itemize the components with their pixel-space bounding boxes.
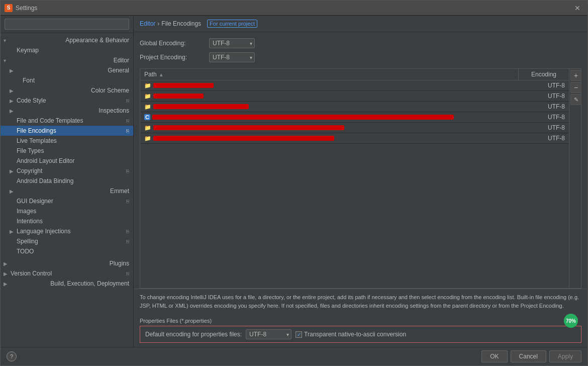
properties-box: Default encoding for properties files: U… xyxy=(140,326,581,343)
dialog-title: Settings xyxy=(16,5,37,12)
sidebar-item-build[interactable]: ▶ Build, Execution, Deployment xyxy=(1,279,133,289)
sidebar-item-android-layout[interactable]: Android Layout Editor xyxy=(1,156,133,166)
td-path: C xyxy=(140,113,519,122)
sidebar-label: General xyxy=(108,67,129,74)
td-encoding: UTF-8 xyxy=(519,102,569,112)
sidebar-item-language-injections[interactable]: ▶ Language Injections ⎘ xyxy=(1,226,133,236)
sidebar-item-general[interactable]: ▶ General xyxy=(1,65,133,75)
th-path[interactable]: Path ▲ xyxy=(140,69,519,80)
properties-encoding-select[interactable]: UTF-8 UTF-16 ISO-8859-1 xyxy=(246,329,291,339)
ok-button[interactable]: OK xyxy=(481,350,507,362)
sidebar-item-copyright[interactable]: ▶ Copyright ⎘ xyxy=(1,166,133,176)
sidebar: ▾ Appearance & Behavior Keymap ▾ Editor … xyxy=(1,16,134,347)
table-row[interactable]: 📁 UTF-8 xyxy=(140,133,569,144)
sidebar-label: File and Code Templates xyxy=(17,117,83,124)
sidebar-item-todo[interactable]: TODO xyxy=(1,246,133,256)
project-encoding-select[interactable]: UTF-8 UTF-16 ISO-8859-1 xyxy=(209,52,255,62)
sidebar-item-plugins[interactable]: ▶ Plugins xyxy=(1,258,133,268)
sidebar-item-editor[interactable]: ▾ Editor xyxy=(1,55,133,65)
sidebar-label: GUI Designer xyxy=(17,198,53,205)
sidebar-item-inspections[interactable]: ▶ Inspections xyxy=(1,106,133,116)
properties-section: Properties Files (*.properties) Default … xyxy=(134,314,587,347)
add-encoding-button[interactable]: + xyxy=(570,70,581,81)
sidebar-item-file-types[interactable]: File Types xyxy=(1,146,133,156)
table-row[interactable]: 📁 UTF-8 xyxy=(140,123,569,133)
redacted-path xyxy=(153,94,204,99)
transparent-checkbox[interactable] xyxy=(296,331,302,338)
table-row[interactable]: 📁 UTF-8 xyxy=(140,80,569,91)
td-path: 📁 xyxy=(140,92,519,101)
title-bar: S Settings ✕ xyxy=(1,1,587,16)
sidebar-item-appearance[interactable]: ▾ Appearance & Behavior xyxy=(1,35,133,45)
sidebar-item-android-data[interactable]: Android Data Binding xyxy=(1,176,133,186)
project-encoding-row: Project Encoding: UTF-8 UTF-16 ISO-8859-… xyxy=(140,52,581,62)
expand-icon: ▶ xyxy=(10,98,14,104)
info-text: To change encoding IntelliJ IDEA uses fo… xyxy=(134,289,587,314)
remove-encoding-button[interactable]: − xyxy=(570,82,581,93)
table-row[interactable]: 📁 UTF-8 xyxy=(140,102,569,112)
table-actions: + − ✎ xyxy=(569,69,581,288)
search-box xyxy=(1,16,133,33)
project-encoding-label: Project Encoding: xyxy=(140,54,205,61)
td-encoding: UTF-8 xyxy=(519,91,569,101)
sidebar-item-spelling[interactable]: Spelling ⎘ xyxy=(1,236,133,246)
copy-icon: ⎘ xyxy=(126,271,129,277)
copy-icon: ⎘ xyxy=(126,168,129,174)
apply-button[interactable]: Apply xyxy=(549,350,581,362)
sidebar-label: TODO xyxy=(17,248,34,255)
sidebar-label: Editor xyxy=(114,57,129,64)
folder-icon: 📁 xyxy=(144,125,151,131)
sidebar-label: Intentions xyxy=(17,218,43,225)
sidebar-item-gui-designer[interactable]: GUI Designer ⎘ xyxy=(1,196,133,206)
th-encoding[interactable]: Encoding xyxy=(519,69,569,80)
global-encoding-row: Global Encoding: UTF-8 UTF-16 ISO-8859-1 xyxy=(140,38,581,48)
sidebar-label: Version Control xyxy=(11,270,52,277)
help-button[interactable]: ? xyxy=(7,351,17,361)
table-row[interactable]: 📁 UTF-8 xyxy=(140,91,569,102)
sidebar-item-live-templates[interactable]: Live Templates xyxy=(1,136,133,146)
expand-arrow: ▶ xyxy=(4,261,8,266)
nav-tree: ▾ Appearance & Behavior Keymap ▾ Editor … xyxy=(1,33,133,347)
expand-icon: ▶ xyxy=(10,68,14,73)
breadcrumb-editor[interactable]: Editor xyxy=(140,20,155,27)
sidebar-label: Font xyxy=(23,77,35,84)
table-row[interactable]: C UTF-8 xyxy=(140,112,569,123)
sidebar-item-color-scheme[interactable]: ▶ Color Scheme xyxy=(1,85,133,96)
th-path-label: Path xyxy=(144,71,157,78)
properties-title: Properties Files (*.properties) xyxy=(140,318,581,324)
sidebar-item-file-encodings[interactable]: File Encodings ⎘ xyxy=(1,126,133,136)
edit-encoding-button[interactable]: ✎ xyxy=(570,94,581,105)
redacted-path xyxy=(153,83,214,88)
sidebar-label: Emmet xyxy=(110,188,129,195)
cancel-button[interactable]: Cancel xyxy=(511,350,546,362)
sidebar-item-emmet[interactable]: ▶ Emmet xyxy=(1,186,133,196)
folder-icon: 📁 xyxy=(144,135,151,142)
close-button[interactable]: ✕ xyxy=(571,3,583,13)
properties-label: Default encoding for properties files: xyxy=(145,331,242,338)
sidebar-item-font[interactable]: Font xyxy=(1,75,133,85)
copy-icon: ⎘ xyxy=(126,229,129,234)
project-link[interactable]: For current project xyxy=(207,20,257,28)
sidebar-label: Inspections xyxy=(99,107,129,114)
td-path: 📁 xyxy=(140,134,519,143)
expand-icon: ▶ xyxy=(10,88,14,94)
sidebar-item-keymap[interactable]: Keymap xyxy=(1,45,133,55)
sidebar-label: Spelling xyxy=(17,238,38,245)
expand-arrow: ▾ xyxy=(4,58,6,63)
status-icon: 70% xyxy=(564,314,578,328)
sidebar-item-file-and-code[interactable]: File and Code Templates ⎘ xyxy=(1,116,133,126)
project-encoding-select-wrapper: UTF-8 UTF-16 ISO-8859-1 xyxy=(209,52,255,62)
sidebar-item-intentions[interactable]: Intentions xyxy=(1,216,133,226)
transparent-checkbox-row[interactable]: Transparent native-to-ascii conversion xyxy=(296,331,406,338)
sidebar-label: Live Templates xyxy=(17,137,57,144)
sidebar-item-images[interactable]: Images xyxy=(1,206,133,216)
sidebar-label: Build, Execution, Deployment xyxy=(50,280,129,287)
encoding-form: Global Encoding: UTF-8 UTF-16 ISO-8859-1… xyxy=(134,32,587,68)
expand-icon: ▶ xyxy=(10,108,14,114)
redacted-path xyxy=(153,136,334,141)
sidebar-item-version-control[interactable]: ▶ Version Control ⎘ xyxy=(1,268,133,279)
global-encoding-select[interactable]: UTF-8 UTF-16 ISO-8859-1 xyxy=(209,38,255,48)
sidebar-label: Color Scheme xyxy=(91,87,129,94)
sidebar-item-code-style[interactable]: ▶ Code Style ⎘ xyxy=(1,96,133,106)
search-input[interactable] xyxy=(5,19,129,30)
